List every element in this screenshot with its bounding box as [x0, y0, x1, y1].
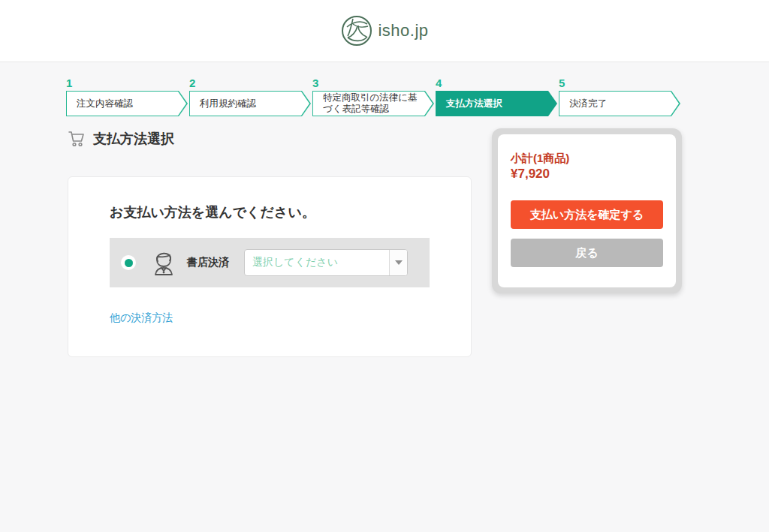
other-payment-methods-link[interactable]: 他の決済方法: [110, 311, 173, 325]
step-commercial-law-confirm: 3 特定商取引の法律に基づく表記等確認: [312, 77, 434, 116]
step-payment-complete: 5 決済完了: [559, 77, 680, 116]
page-title: 支払方法選択: [93, 130, 174, 148]
isho-logo-icon: [340, 14, 373, 47]
logo-text: isho.jp: [378, 21, 428, 41]
logo[interactable]: isho.jp: [340, 14, 428, 47]
step-number: 1: [66, 77, 188, 89]
bookstore-clerk-icon: [149, 248, 178, 278]
bookstore-select[interactable]: 選択してください: [244, 249, 408, 276]
step-label: 支払方法選択: [436, 91, 557, 116]
step-number: 3: [312, 77, 434, 89]
back-button[interactable]: 戻る: [511, 239, 663, 267]
step-payment-method: 4 支払方法選択: [436, 77, 557, 116]
payment-option-bookstore[interactable]: 書店決済 選択してください: [110, 238, 430, 287]
step-number: 2: [189, 77, 311, 89]
step-label: 利用規約確認: [189, 91, 311, 116]
step-label: 注文内容確認: [66, 91, 188, 116]
step-label: 特定商取引の法律に基づく表記等確認: [312, 91, 434, 116]
step-number: 5: [559, 77, 680, 89]
step-number: 4: [436, 77, 557, 89]
checkout-stepper: 1 注文内容確認 2 利用規約確認 3 特定商取引の法律に基づく表記等確認 4: [0, 62, 682, 116]
confirm-payment-button[interactable]: 支払い方法を確定する: [511, 200, 663, 229]
payment-method-card: お支払い方法を選んでください。 書店決済 選択してください 他の決済方法: [68, 176, 472, 357]
order-summary-card: 小計(1商品) ¥7,920 支払い方法を確定する 戻る: [492, 128, 682, 293]
select-dropdown-arrow-icon[interactable]: [389, 250, 407, 275]
step-terms-confirm: 2 利用規約確認: [189, 77, 311, 116]
bookstore-option-label: 書店決済: [187, 256, 229, 269]
bookstore-radio[interactable]: [121, 255, 136, 270]
bookstore-select-placeholder: 選択してください: [245, 250, 389, 275]
subtotal-amount: ¥7,920: [511, 166, 663, 182]
step-order-confirm: 1 注文内容確認: [66, 77, 188, 116]
cart-icon: [68, 130, 86, 148]
step-label: 決済完了: [559, 91, 680, 116]
header: isho.jp: [0, 0, 769, 62]
payment-heading: お支払い方法を選んでください。: [110, 203, 430, 221]
subtotal-label: 小計(1商品): [511, 151, 663, 166]
